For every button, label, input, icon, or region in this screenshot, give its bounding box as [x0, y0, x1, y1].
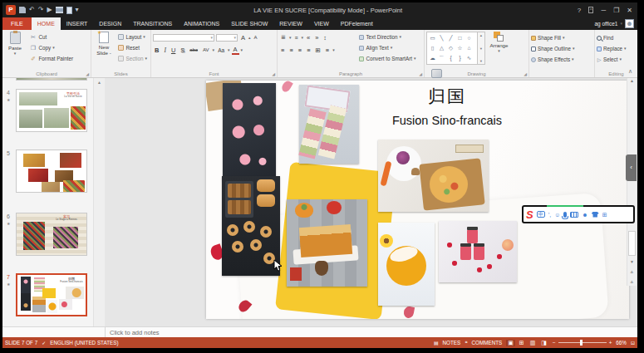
reset-button[interactable]: Reset [118, 42, 147, 53]
zoom-slider-thumb[interactable] [580, 340, 583, 346]
add-table-columns-button[interactable]: ⊞ [314, 47, 322, 54]
account-menu[interactable]: ag office1 ▾ ☻ [594, 17, 637, 30]
decrease-font-size-button[interactable]: A [253, 35, 259, 40]
chinese-mode-icon[interactable]: 中 [537, 211, 545, 218]
shape-cloud-icon[interactable]: ☁ [428, 53, 437, 63]
tab-animations[interactable]: ANIMATIONS [178, 17, 225, 30]
shape-effects-button[interactable]: Shape Effects ▾ [531, 54, 574, 65]
shape-rect-icon[interactable]: ▭ [428, 33, 437, 43]
restore-button[interactable]: ❐ [613, 7, 619, 14]
slide-canvas[interactable]: 归国 Fusion Sino-francais [206, 81, 629, 319]
arrange-button[interactable]: Arrange ▾ [489, 32, 509, 69]
spell-check-icon[interactable]: ✓ [42, 340, 46, 346]
slide-photo-strawberry-jars[interactable] [439, 221, 517, 282]
next-slide-button[interactable]: ≛ [627, 279, 637, 286]
shape-brace-left-icon[interactable]: { [446, 53, 455, 63]
font-size-combobox[interactable]: ▾ [216, 34, 238, 42]
notes-toggle-icon[interactable]: ▤ [434, 340, 439, 346]
justify-button[interactable]: ≡ [305, 47, 312, 54]
tab-pdfelement[interactable]: PDFelement [335, 17, 379, 30]
drawing-dialog-launcher[interactable]: ◢ [524, 71, 527, 76]
thumbnail-slide-6[interactable]: 6 ★ 实习 Le Stage à Rennes [16, 213, 87, 256]
voice-input-icon[interactable] [563, 212, 567, 218]
thumbnail-slide-7-selected[interactable]: 7 ★ 归国 Fusion Sino-francais [16, 273, 87, 316]
slide-photo-sakura-sweets[interactable] [223, 83, 276, 181]
scroll-up-icon[interactable]: ▲ [630, 78, 634, 83]
columns-button[interactable]: ≡ [324, 47, 331, 54]
comments-toggle-icon[interactable]: ❝ [465, 340, 467, 346]
paste-button[interactable]: Paste ▾ [4, 32, 26, 69]
emoji-icon[interactable]: ☺ [554, 212, 560, 218]
tab-review[interactable]: REVIEW [273, 17, 308, 30]
slide-title-textbox[interactable]: 归国 Fusion Sino-francais [364, 85, 530, 127]
minimize-button[interactable]: ─ [601, 7, 606, 14]
slide-photo-bread-donuts[interactable] [222, 176, 280, 276]
replace-button[interactable]: Replace ▾ [597, 43, 627, 54]
shape-rounded-rect-icon[interactable]: ▯ [428, 43, 437, 53]
shape-outline-button[interactable]: Shape Outline ▾ [531, 43, 574, 54]
slide-sorter-view-button[interactable]: ⊞ [518, 340, 526, 346]
normal-view-button[interactable]: ▣ [506, 340, 515, 346]
sogou-input-toolbar[interactable]: S 中 ’, ☺ ☻ ⊞ [522, 205, 635, 223]
ribbon-display-options-button[interactable]: ^ [588, 7, 593, 13]
font-dialog-launcher[interactable]: ◢ [272, 71, 275, 76]
underline-button[interactable]: U [170, 47, 177, 54]
new-slide-button[interactable]: New Slide - [93, 32, 115, 69]
notes-toggle[interactable]: NOTES [443, 340, 461, 346]
shapes-gallery-scrollbar[interactable]: ▴ ▾ ▾ [478, 32, 485, 65]
slide-photo-yellow-cake[interactable] [378, 223, 435, 306]
tab-view[interactable]: VIEW [308, 17, 335, 30]
undo-icon[interactable]: ↶ [29, 7, 35, 13]
print-preview-icon[interactable] [66, 7, 72, 14]
shape-brace-right-icon[interactable]: } [455, 53, 465, 63]
fit-slide-to-window-button[interactable]: ⊡ [631, 340, 635, 346]
slide-photo-vegetables-pizza[interactable] [378, 140, 489, 212]
cut-button[interactable]: ✂ Cut [29, 32, 73, 42]
shape-curve-icon[interactable]: ∿ [465, 53, 474, 63]
font-color-button[interactable]: A [232, 46, 239, 55]
align-left-button[interactable]: ≡ [279, 47, 286, 54]
format-painter-button[interactable]: ✐ Format Painter [29, 53, 73, 64]
soft-keyboard-icon[interactable] [570, 212, 578, 218]
previous-slide-button[interactable]: ≛ [627, 269, 637, 276]
tab-slideshow[interactable]: SLIDE SHOW [225, 17, 273, 30]
zoom-in-button[interactable]: + [609, 340, 612, 346]
increase-font-size-button[interactable]: A [239, 34, 247, 42]
bullets-button[interactable]: ≣ [279, 34, 288, 41]
tab-file[interactable]: FILE [2, 17, 32, 30]
align-text-button[interactable]: Align Text ▾ [359, 42, 415, 53]
clipboard-dialog-launcher[interactable]: ◢ [86, 71, 89, 76]
zoom-slider[interactable]: − + [553, 340, 612, 346]
gallery-more-icon[interactable]: ▾ [480, 59, 482, 63]
thumbnail-slide-3-partial[interactable] [16, 78, 87, 81]
bold-button[interactable]: B [153, 47, 160, 54]
increase-indent-button[interactable]: » [313, 34, 320, 42]
redo-icon[interactable]: ↷ [38, 7, 44, 13]
slide-photo-pumpkin-cake[interactable] [287, 199, 367, 287]
copy-button[interactable]: ❐ Copy ▾ [29, 42, 73, 53]
reading-view-button[interactable]: ▥ [528, 340, 538, 346]
profile-icon[interactable]: ☻ [582, 212, 587, 218]
scroll-up-icon[interactable]: ▴ [480, 33, 482, 37]
shape-home-icon[interactable]: ⌂ [465, 43, 474, 53]
line-spacing-button[interactable]: ↕ [322, 34, 328, 42]
shape-line-icon[interactable]: ╲ [437, 33, 446, 43]
character-spacing-button[interactable]: AV [201, 47, 211, 52]
sogou-logo-icon[interactable]: S [526, 208, 533, 221]
zoom-slider-track[interactable] [558, 342, 607, 343]
zoom-level[interactable]: 66% [616, 340, 627, 346]
section-button[interactable]: Section ▾ [118, 53, 147, 64]
align-right-button[interactable]: ≡ [297, 47, 303, 54]
numbering-button[interactable]: ≡ [293, 35, 299, 41]
text-direction-button[interactable]: Text Direction ▾ [359, 32, 415, 42]
tab-design[interactable]: DESIGN [93, 17, 127, 30]
notes-pane[interactable]: Click to add notes [2, 326, 637, 337]
decrease-indent-button[interactable]: « [305, 34, 312, 42]
shape-oval-icon[interactable]: ○ [465, 33, 474, 43]
toolbox-icon[interactable]: ⊞ [602, 212, 607, 218]
thumbnail-slide-4[interactable]: 4 ★ 学校生活 La Vie en Sucre [16, 89, 87, 132]
tab-home[interactable]: HOME [32, 17, 61, 30]
shape-arc-icon[interactable]: ⌒ [437, 53, 446, 63]
shape-arrow-icon[interactable]: ╱ [446, 33, 455, 43]
layout-button[interactable]: Layout ▾ [118, 32, 147, 42]
